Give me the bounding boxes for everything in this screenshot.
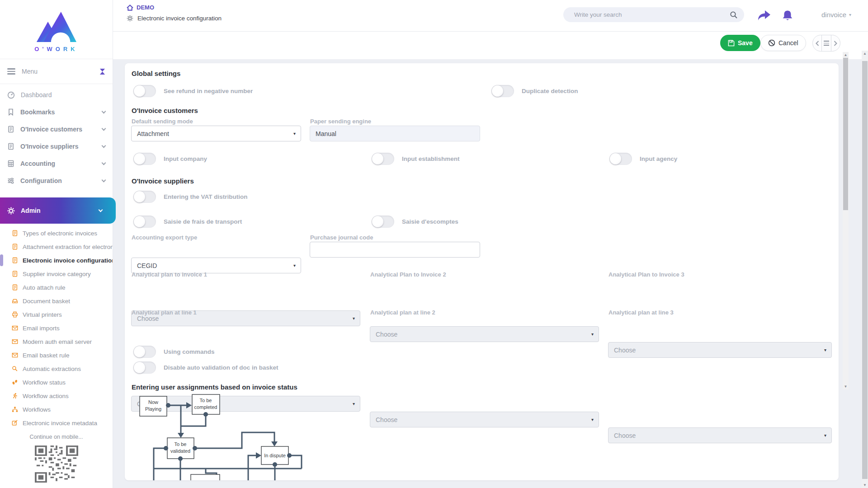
sidebar-item-label: Dashboard (21, 91, 52, 99)
cancel-label: Cancel (778, 39, 798, 47)
window-scrollbar[interactable]: ▲ ▼ (862, 51, 868, 488)
select-value: Choose (376, 331, 397, 338)
submenu-electronic-invoice-configuration[interactable]: Electronic invoice configuration (0, 253, 113, 267)
submenu-label: Automatic extractions (23, 366, 81, 372)
submenu-automatic-extractions[interactable]: Automatic extractions (0, 362, 113, 375)
purchase-journal-code-input[interactable] (310, 242, 480, 258)
caret-down-icon: ▾ (824, 347, 826, 352)
chevron-down-icon (99, 207, 103, 212)
sidebar-item-label: O'Invoice suppliers (20, 143, 79, 150)
sidebar-item-bookmarks[interactable]: Bookmarks (0, 103, 113, 121)
hourglass-icon[interactable] (99, 68, 105, 75)
bell-icon[interactable] (782, 10, 793, 22)
chevron-down-icon (102, 143, 106, 148)
search-input[interactable] (574, 11, 730, 18)
escomptes-toggle[interactable] (372, 216, 394, 228)
input-company-toggle-row: Input company (133, 153, 207, 165)
sidebar-nav: Dashboard Bookmarks O'Invoice customers (0, 84, 113, 189)
select-value: CEGID (137, 262, 157, 269)
scroll-up-icon[interactable]: ▲ (843, 52, 849, 58)
accounting-export-type-label: Accounting export type (132, 234, 197, 241)
cancel-button[interactable]: Cancel (760, 35, 806, 51)
input-agency-toggle[interactable] (609, 153, 632, 165)
caret-down-icon: ▾ (591, 417, 594, 422)
sidebar-item-configuration[interactable]: Configuration (0, 172, 113, 189)
sidebar-item-label: O'Invoice customers (20, 126, 82, 133)
share-icon[interactable] (757, 10, 771, 22)
menu-toggle-row[interactable]: Menu (0, 59, 113, 84)
pager-previous-button[interactable] (813, 35, 821, 51)
caret-down-icon: ▾ (849, 12, 851, 17)
sliders-icon (7, 177, 14, 184)
duplicate-detection-toggle[interactable] (491, 85, 514, 97)
global-settings-heading: Global settings (132, 70, 180, 77)
plan-line-3-select[interactable]: Choose ▾ (608, 427, 832, 443)
scroll-up-icon[interactable]: ▲ (862, 51, 868, 56)
chevron-down-icon (102, 126, 106, 131)
invoice-doc-icon (12, 271, 18, 277)
user-menu[interactable]: dinvoice ▾ (821, 11, 851, 19)
using-commands-toggle[interactable] (133, 346, 156, 358)
submenu-label: Types of electronic invoices (23, 230, 97, 237)
paper-sending-engine-input[interactable] (310, 126, 480, 141)
sidebar-item-dashboard[interactable]: Dashboard (0, 86, 113, 103)
invoice-doc-icon (12, 257, 18, 263)
see-refund-toggle[interactable] (133, 85, 156, 97)
input-establishment-toggle[interactable] (372, 153, 394, 165)
hamburger-icon[interactable] (7, 68, 15, 75)
toggle-label: See refund in negative number (164, 88, 253, 94)
scroll-down-icon[interactable]: ▼ (843, 384, 849, 389)
plan-invoice-2-select[interactable]: Choose ▾ (370, 326, 599, 342)
sidebar-item-admin[interactable]: Admin (0, 197, 116, 224)
escomptes-toggle-row: Saisie d'escomptes (372, 216, 458, 228)
submenu-workflow-actions[interactable]: Workflow actions (0, 389, 113, 403)
submenu-supplier-invoice-category[interactable]: Supplier invoice category (0, 267, 113, 281)
disable-auto-validation-toggle[interactable] (133, 361, 156, 374)
chevron-down-icon (102, 109, 106, 113)
submenu-types-of-electronic-invoices[interactable]: Types of electronic invoices (0, 226, 113, 240)
floppy-icon (728, 40, 735, 47)
submenu-virtual-printers[interactable]: Virtual printers (0, 308, 113, 321)
submenu-attachment-extraction[interactable]: Attachment extraction for electronic inv… (0, 240, 113, 253)
frais-transport-toggle[interactable] (133, 216, 156, 228)
submenu-modern-auth-email-server[interactable]: Modern auth email server (0, 335, 113, 348)
submenu-electronic-invoice-metadata[interactable]: Electronic invoice metadata (0, 416, 113, 430)
plan-invoice-3-select[interactable]: Choose ▾ (608, 342, 832, 358)
app-logo: O'WORK (0, 0, 113, 59)
submenu-workflow-status[interactable]: Workflow status (0, 375, 113, 389)
content-scrollbar-thumb[interactable] (843, 58, 848, 210)
sidebar-item-oinvoice-customers[interactable]: O'Invoice customers (0, 121, 113, 138)
submenu-workflows[interactable]: Workflows (0, 403, 113, 416)
submenu-label: Attachment extraction for electronic inv… (23, 244, 113, 250)
scroll-down-icon[interactable]: ▼ (862, 482, 868, 488)
search-icon[interactable] (730, 11, 738, 19)
submenu-label: Workflow actions (23, 393, 69, 399)
page-title: Electronic invoice configuration (137, 15, 222, 22)
submenu-document-basket[interactable]: Document basket (0, 294, 113, 308)
search-bar[interactable] (563, 7, 744, 22)
sidebar-item-accounting[interactable]: Accounting (0, 155, 113, 172)
content-scrollbar[interactable]: ▲ ▼ (843, 52, 849, 389)
vat-distribution-toggle[interactable] (133, 191, 156, 203)
pager-list-button[interactable] (821, 35, 831, 51)
invoice-doc-icon (12, 244, 18, 250)
breadcrumb-home[interactable]: DEMO (127, 4, 222, 11)
invoice-doc-icon (12, 230, 18, 236)
brand-name: O'WORK (34, 46, 78, 52)
submenu-email-basket-rule[interactable]: Email basket rule (0, 348, 113, 362)
sidebar-item-oinvoice-suppliers[interactable]: O'Invoice suppliers (0, 138, 113, 155)
workflow-diagram: Now Playing To be completed To be valida… (125, 391, 450, 480)
input-company-toggle[interactable] (133, 153, 156, 165)
suppliers-heading: O'Invoice suppliers (132, 177, 194, 185)
admin-label: Admin (21, 207, 41, 214)
save-button[interactable]: Save (720, 35, 760, 51)
envelope-icon (12, 352, 18, 358)
submenu-auto-attach-rule[interactable]: Auto attach rule (0, 281, 113, 294)
pager-next-button[interactable] (831, 35, 840, 51)
submenu-email-imports[interactable]: Email imports (0, 321, 113, 335)
magnifier-icon (12, 366, 18, 372)
topbar: DEMO Electronic invoice configuration (113, 0, 868, 32)
window-scrollbar-thumb[interactable] (862, 61, 868, 479)
default-sending-mode-select[interactable]: Attachment ▾ (131, 126, 301, 141)
breadcrumb-home-label: DEMO (137, 4, 154, 11)
